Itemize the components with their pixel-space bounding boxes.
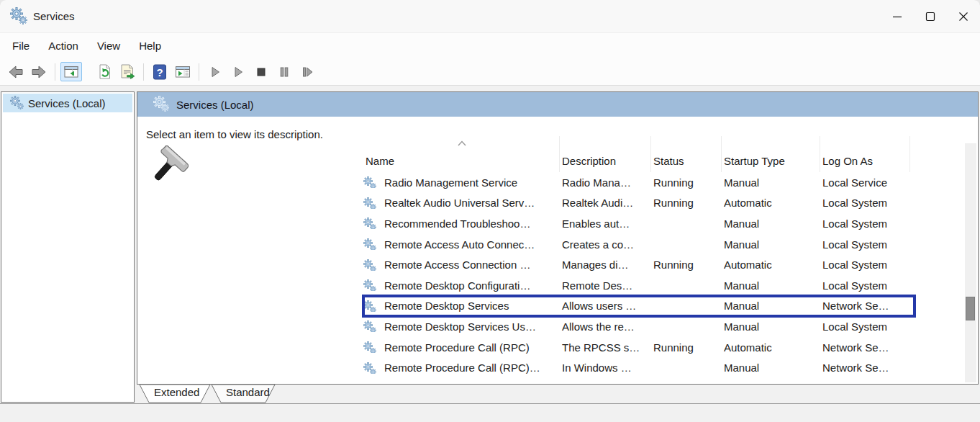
forward-button[interactable] xyxy=(28,62,50,81)
services-table-header: NameDescriptionStatusStartup TypeLog On … xyxy=(356,136,976,172)
menu-help[interactable]: Help xyxy=(130,33,171,58)
refresh-button[interactable] xyxy=(94,62,115,81)
pane-header-title: Services (Local) xyxy=(176,99,254,111)
tab-extended[interactable]: Extended xyxy=(154,386,199,398)
service-startup-type-cell: Automatic xyxy=(722,341,820,354)
service-status-cell: Running xyxy=(651,176,722,189)
console-tree-icon xyxy=(63,63,80,81)
pause-service-button[interactable] xyxy=(273,62,295,81)
service-logon-cell: Local System xyxy=(820,279,910,292)
services-pane-body: Select an item to view its description. … xyxy=(137,117,978,384)
sidebar-item-services-local[interactable]: Services (Local) xyxy=(3,94,132,112)
toolbar-separator xyxy=(143,63,144,81)
resume-service-button[interactable] xyxy=(227,62,249,81)
table-row[interactable]: Remote Desktop Services Us…Allows the re… xyxy=(356,316,963,337)
menubar: File Action View Help xyxy=(0,33,980,58)
minimize-button[interactable] xyxy=(881,0,914,32)
table-row[interactable]: Remote Desktop ServicesAllows users …Man… xyxy=(356,296,963,317)
tab-standard[interactable]: Standard xyxy=(226,386,270,398)
show-console-tree-button[interactable] xyxy=(60,62,82,81)
forward-arrow-icon xyxy=(30,63,47,81)
service-gear-icon xyxy=(363,362,382,374)
service-logon-cell: Local System xyxy=(820,320,910,333)
bottom-tabs: Extended Standard xyxy=(137,385,979,403)
service-description-cell: Realtek Audi… xyxy=(560,197,651,209)
table-row[interactable]: Remote Procedure Call (RPC)The RPCSS s…R… xyxy=(356,337,963,358)
service-startup-type-cell: Manual xyxy=(722,238,820,251)
status-strip xyxy=(0,403,980,422)
show-properties-button[interactable] xyxy=(172,62,194,81)
titlebar: Services xyxy=(0,0,980,33)
column-header-log-on-as[interactable]: Log On As xyxy=(820,136,910,172)
table-row[interactable]: Remote RegistryEnables rem…DisabledLocal… xyxy=(356,378,963,382)
service-name-cell: Remote Desktop Services xyxy=(382,300,560,312)
start-icon xyxy=(207,63,224,81)
table-row[interactable]: Remote Access Connection …Manages di…Run… xyxy=(356,254,963,275)
service-description-cell: The RPCSS s… xyxy=(560,341,651,354)
service-logon-cell: Local System xyxy=(820,238,910,251)
service-status-cell: Running xyxy=(651,197,722,209)
service-description-cell: Creates a co… xyxy=(560,238,651,251)
column-header-description[interactable]: Description xyxy=(560,136,651,172)
back-arrow-icon xyxy=(7,63,24,81)
service-startup-type-cell: Automatic xyxy=(722,197,820,209)
service-name-cell: Radio Management Service xyxy=(382,176,560,189)
sort-ascending-icon[interactable] xyxy=(457,140,467,146)
toolbar-group-4 xyxy=(204,62,319,81)
service-name-cell: Remote Desktop Configurati… xyxy=(382,279,560,292)
column-header-startup-type[interactable]: Startup Type xyxy=(722,136,820,172)
column-header-status[interactable]: Status xyxy=(651,136,722,172)
service-gear-icon xyxy=(363,238,382,250)
toolbar-separator xyxy=(199,63,199,81)
main-column: Services (Local) Select an item to view … xyxy=(137,91,979,421)
restart-service-button[interactable] xyxy=(296,62,318,81)
back-button[interactable] xyxy=(5,62,27,81)
service-startup-type-cell: Manual xyxy=(722,320,820,333)
service-description-cell: Allows users … xyxy=(560,300,651,312)
service-startup-type-cell: Automatic xyxy=(722,259,820,271)
menu-file[interactable]: File xyxy=(3,33,39,58)
service-logon-cell: Local System xyxy=(820,259,910,271)
service-startup-type-cell: Manual xyxy=(722,176,820,189)
hammer-icon xyxy=(148,145,194,190)
table-row[interactable]: Recommended Troubleshoo…Enables aut…Manu… xyxy=(356,213,963,234)
service-gear-icon xyxy=(363,279,382,291)
table-row[interactable]: Remote Access Auto Connec…Creates a co…M… xyxy=(356,234,963,255)
service-gear-icon xyxy=(363,300,382,312)
content-area: Services (Local) Services (Local) Select… xyxy=(0,86,980,422)
service-startup-type-cell: Manual xyxy=(722,217,820,230)
menu-view[interactable]: View xyxy=(88,33,130,58)
restart-icon xyxy=(299,63,316,81)
stop-service-button[interactable] xyxy=(250,62,272,81)
services-gear-icon xyxy=(10,96,22,111)
service-name-cell: Remote Access Auto Connec… xyxy=(382,238,560,251)
maximize-icon xyxy=(925,12,935,22)
table-row[interactable]: Radio Management ServiceRadio Mana…Runni… xyxy=(356,172,963,193)
services-window: Services File Action View Help ? xyxy=(0,0,980,422)
svg-text:?: ? xyxy=(156,66,163,78)
close-button[interactable] xyxy=(947,0,980,32)
service-description-cell: Radio Mana… xyxy=(560,176,651,189)
export-list-button[interactable] xyxy=(117,62,138,81)
help-button[interactable]: ? xyxy=(149,62,171,81)
table-row[interactable]: Realtek Audio Universal Serv…Realtek Aud… xyxy=(356,193,963,214)
description-prompt: Select an item to view its description. xyxy=(146,128,323,140)
services-pane: Services (Local) Select an item to view … xyxy=(137,91,979,385)
service-gear-icon xyxy=(363,320,382,332)
minimize-icon xyxy=(892,12,902,22)
table-row[interactable]: Remote Procedure Call (RPC)…In Windows …… xyxy=(356,357,963,378)
table-row[interactable]: Remote Desktop Configurati…Remote Des…Ma… xyxy=(356,275,963,296)
start-service-button[interactable] xyxy=(204,62,226,81)
help-icon: ? xyxy=(151,63,168,81)
service-name-cell: Realtek Audio Universal Serv… xyxy=(382,197,560,209)
maximize-button[interactable] xyxy=(914,0,947,32)
service-logon-cell: Network Se… xyxy=(820,300,910,312)
menu-action[interactable]: Action xyxy=(39,33,88,58)
vertical-scrollbar[interactable] xyxy=(965,143,976,382)
scrollbar-thumb[interactable] xyxy=(966,297,975,320)
resume-icon xyxy=(230,63,247,81)
service-logon-cell: Local System xyxy=(820,197,910,209)
service-name-cell: Remote Procedure Call (RPC)… xyxy=(382,362,560,374)
service-gear-icon xyxy=(363,341,382,353)
service-logon-cell: Network Se… xyxy=(820,362,910,374)
